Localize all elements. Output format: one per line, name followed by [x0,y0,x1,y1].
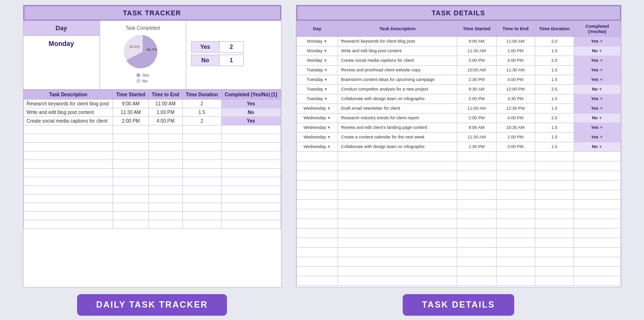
duration: 2 [182,99,221,108]
col-day: Day [296,21,338,36]
big-task-table: Day Task Description Time Started Time t… [296,21,621,286]
svg-text:33.3%: 33.3% [129,45,140,49]
yes-value: 2 [220,41,244,53]
day-cell: Monday▼ [296,46,338,56]
empty-row: ▼ ▼ [296,209,621,218]
duration: 1.5 [182,108,221,116]
table-row: Wednesday▼ Create a content calendar for… [296,132,621,142]
day-cell: Wednesday▼ [296,142,338,151]
empty-row [23,151,281,160]
empty-row: ▼ ▼ [296,266,621,276]
empty-row: ▼ ▼ [296,171,621,180]
col-start: Time Started [457,21,496,36]
time-end: 3:00 PM [496,142,535,151]
completed: Yes▼ [574,36,621,46]
time-started: 11:30 AM [113,108,148,116]
task-desc: Brainstorm content ideas for upcoming ca… [338,75,457,84]
empty-row: ▼ ▼ [296,199,621,209]
day-value: Monday [23,36,100,51]
pie-legend: Yes No [136,73,149,84]
day-label: Day [23,21,100,36]
task-desc: Create a content calendar for the next w… [338,132,457,142]
empty-row: ▼ ▼ [296,218,621,228]
empty-row: ▼ ▼ [296,228,621,238]
time-end: 12:30 PM [496,103,535,113]
duration: 1.5 [535,142,574,151]
empty-row [23,203,281,211]
duration: 2.0 [535,36,574,46]
small-task-table: Task Description Time Started Time to En… [23,90,281,229]
time-end: 1:00 PM [496,46,535,56]
task-desc: Write and edit blog post content [23,108,113,116]
no-legend: No [142,79,148,83]
table-row: Tuesday▼ Brainstorm content ideas for up… [296,75,621,84]
task-desc: Conduct competitor analysis for a new pr… [338,84,457,94]
empty-row [23,220,281,229]
completed: Yes [221,116,281,125]
task-desc: Review and edit client's landing page co… [338,123,457,132]
col-task-desc: Task Description [23,90,113,99]
empty-row [23,185,281,194]
completed: Yes▼ [574,123,621,132]
time-end: 10:30 AM [496,123,535,132]
duration: 1.5 [535,46,574,56]
left-panel: TASK TRACKER Day Monday Task Completed [23,5,282,287]
col-time-started: Time Started [113,90,148,99]
day-cell: Wednesday▼ [296,103,338,113]
empty-row [23,160,281,168]
time-end: 4:00 PM [496,56,535,65]
task-desc: Research keywords for client blog post [338,36,457,46]
time-end: 1:00 PM [148,108,182,116]
time-started: 2:00 PM [457,94,496,103]
task-desc: Review and proofread client website copy [338,65,457,75]
left-panel-title: TASK TRACKER [23,5,281,21]
yes-legend: Yes [142,73,149,78]
day-cell: Monday▼ [296,36,338,46]
time-end: 12:00 PM [496,84,535,94]
empty-row [23,211,281,220]
time-started: 11:30 AM [457,46,496,56]
time-started: 11:00 AM [457,103,496,113]
right-panel-title: TASK DETAILS [296,5,621,21]
duration: 2 [182,116,221,125]
table-row: Tuesday▼ Collaborate with design team on… [296,94,621,103]
completed: No [221,108,281,116]
day-cell: Tuesday▼ [296,65,338,75]
pie-chart: 66.7% 33.3% [124,33,162,71]
day-cell: Tuesday▼ [296,84,338,94]
duration: 1.5 [535,123,574,132]
table-row: Write and edit blog post content 11:30 A… [23,108,281,116]
duration: 2.5 [535,84,574,94]
duration: 2.0 [535,113,574,123]
time-started: 2:00 PM [113,116,148,125]
table-row: Create social media captions for client … [23,116,281,125]
empty-row: ▼ ▼ [296,190,621,199]
empty-row: ▼ ▼ [296,161,621,171]
time-end: 4:00 PM [496,113,535,123]
task-desc: Collaborate with design team on infograp… [338,94,457,103]
completed: No▼ [574,113,621,123]
duration: 1.5 [535,65,574,75]
time-end: 11:30 AM [496,65,535,75]
col-time-end: Time to End [148,90,182,99]
empty-row: ▼ ▼ [296,257,621,266]
time-end: 11:00 AM [148,99,182,108]
daily-tracker-label: DAILY TASK TRACKER [77,294,227,316]
col-completed: Completed (Yes/No) [1] [221,90,281,99]
day-cell: Wednesday▼ [296,132,338,142]
col-end: Time to End [496,21,535,36]
duration: 1.5 [535,94,574,103]
chart-title: Task Completed [125,25,160,31]
col-duration: Time Duration [182,90,221,99]
task-desc: Create social media captions for client [23,116,113,125]
completed: No▼ [574,46,621,56]
summary-table: Yes 2 No 1 [186,21,281,89]
empty-row [23,125,281,134]
empty-row [23,168,281,177]
time-end: 11:00 AM [496,36,535,46]
task-desc: Research keywords for client blog post [23,99,113,108]
completed: No▼ [574,84,621,94]
svg-text:66.7%: 66.7% [147,47,158,52]
time-end: 3:30 PM [496,94,535,103]
task-desc: Write and edit blog post content [338,46,457,56]
